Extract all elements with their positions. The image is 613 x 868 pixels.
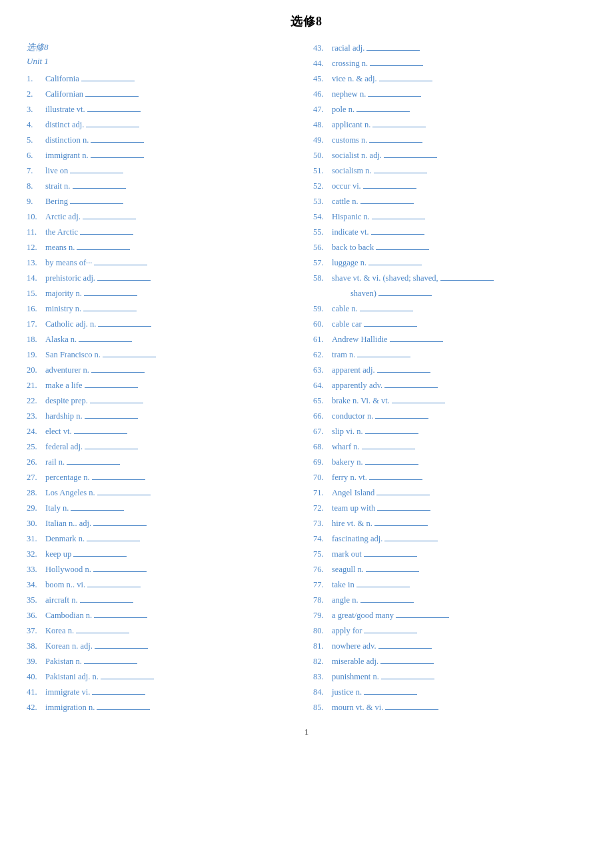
list-item: 76. seagull n.: [313, 563, 586, 576]
entry-blank[interactable]: [375, 418, 428, 419]
entry-blank[interactable]: [356, 587, 410, 587]
entry-blank[interactable]: [363, 188, 416, 189]
entry-blank[interactable]: [396, 617, 449, 618]
entry-blank[interactable]: [379, 81, 432, 81]
entry-blank[interactable]: [364, 633, 417, 633]
entry-number: 3.: [27, 103, 45, 116]
entry-blank[interactable]: [83, 311, 137, 311]
entry-blank[interactable]: [366, 50, 420, 51]
entry-blank[interactable]: [77, 249, 130, 250]
entry-blank[interactable]: [357, 357, 410, 357]
entry-blank[interactable]: [372, 127, 426, 127]
entry-blank[interactable]: [70, 203, 123, 204]
entry-blank[interactable]: [103, 357, 156, 357]
entry-blank[interactable]: [73, 556, 127, 557]
entry-blank[interactable]: [378, 295, 432, 296]
entry-blank[interactable]: [370, 65, 423, 66]
entry-blank[interactable]: [87, 587, 141, 587]
entry-number: 30.: [27, 517, 45, 530]
entry-blank[interactable]: [365, 433, 418, 434]
list-item: 59. cable n.: [313, 302, 586, 315]
entry-blank[interactable]: [94, 265, 147, 265]
entry-blank[interactable]: [85, 418, 138, 419]
entry-blank[interactable]: [360, 602, 414, 603]
entry-blank[interactable]: [384, 387, 438, 388]
entry-blank[interactable]: [368, 265, 422, 265]
entry-blank[interactable]: [97, 709, 150, 710]
entry-blank[interactable]: [384, 157, 437, 158]
entry-blank[interactable]: [87, 541, 140, 541]
entry-blank[interactable]: [377, 372, 430, 373]
list-item: 56. back to back: [313, 241, 586, 254]
entry-blank[interactable]: [91, 157, 144, 158]
entry-blank[interactable]: [378, 648, 432, 649]
entry-blank[interactable]: [84, 663, 137, 664]
entry-blank[interactable]: [362, 449, 415, 449]
entry-blank[interactable]: [80, 234, 133, 235]
entry-blank[interactable]: [377, 510, 430, 511]
entry-blank[interactable]: [84, 295, 137, 296]
entry-blank[interactable]: [101, 679, 154, 679]
entry-blank[interactable]: [97, 280, 151, 281]
entry-blank[interactable]: [91, 372, 145, 373]
entry-blank[interactable]: [376, 495, 430, 495]
entry-blank[interactable]: [380, 663, 434, 664]
entry-blank[interactable]: [85, 449, 138, 449]
list-item: 44. crossing n.: [313, 57, 586, 70]
entry-blank[interactable]: [98, 326, 151, 327]
entry-blank[interactable]: [87, 111, 141, 112]
entry-blank[interactable]: [376, 249, 429, 250]
entry-blank[interactable]: [94, 617, 147, 618]
entry-blank[interactable]: [81, 81, 135, 81]
entry-blank[interactable]: [67, 464, 120, 465]
entry-blank[interactable]: [392, 403, 445, 403]
entry-label: customs n.: [332, 133, 367, 147]
entry-blank[interactable]: [368, 96, 421, 97]
entry-blank[interactable]: [85, 96, 139, 97]
entry-blank[interactable]: [372, 219, 425, 219]
entry-blank[interactable]: [73, 188, 126, 189]
entry-blank[interactable]: [91, 142, 144, 143]
entry-blank[interactable]: [97, 495, 151, 495]
list-item: 74. fascinating adj.: [313, 532, 586, 545]
entry-blank[interactable]: [92, 479, 145, 480]
entry-blank[interactable]: [381, 679, 434, 679]
entry-label: back to back: [332, 241, 374, 254]
entry-blank[interactable]: [365, 464, 418, 465]
entry-blank[interactable]: [90, 403, 143, 403]
entry-blank[interactable]: [374, 525, 428, 526]
entry-blank[interactable]: [71, 510, 124, 511]
entry-blank[interactable]: [384, 541, 438, 541]
entry-blank[interactable]: [371, 234, 424, 235]
entry-blank[interactable]: [93, 525, 147, 526]
entry-blank[interactable]: [390, 341, 443, 342]
entry-blank[interactable]: [83, 219, 136, 219]
entry-blank[interactable]: [360, 311, 413, 311]
entry-number: 78.: [313, 593, 332, 607]
entry-blank[interactable]: [366, 571, 419, 572]
entry-blank[interactable]: [364, 556, 417, 557]
entry-blank[interactable]: [80, 602, 133, 603]
entry-blank[interactable]: [356, 111, 410, 112]
entry-number: 45.: [313, 72, 332, 85]
page-number: 1: [27, 727, 586, 737]
entry-blank[interactable]: [364, 694, 417, 695]
entry-label: angle n.: [332, 593, 358, 607]
entry-blank[interactable]: [360, 203, 414, 204]
entry-blank[interactable]: [369, 142, 422, 143]
entry-blank[interactable]: [92, 694, 145, 695]
entry-blank[interactable]: [86, 127, 139, 127]
entry-blank[interactable]: [364, 326, 417, 327]
entry-blank[interactable]: [95, 648, 148, 649]
entry-blank[interactable]: [374, 173, 427, 173]
entry-blank[interactable]: [369, 479, 422, 480]
list-item: 61. Andrew Hallidie: [313, 333, 586, 346]
entry-blank[interactable]: [74, 433, 127, 434]
entry-blank[interactable]: [76, 633, 129, 633]
entry-blank[interactable]: [70, 173, 123, 173]
entry-blank[interactable]: [79, 341, 132, 342]
entry-blank[interactable]: [85, 387, 138, 388]
entry-blank[interactable]: [93, 571, 147, 572]
entry-blank[interactable]: [385, 709, 438, 710]
entry-blank[interactable]: [440, 280, 494, 281]
